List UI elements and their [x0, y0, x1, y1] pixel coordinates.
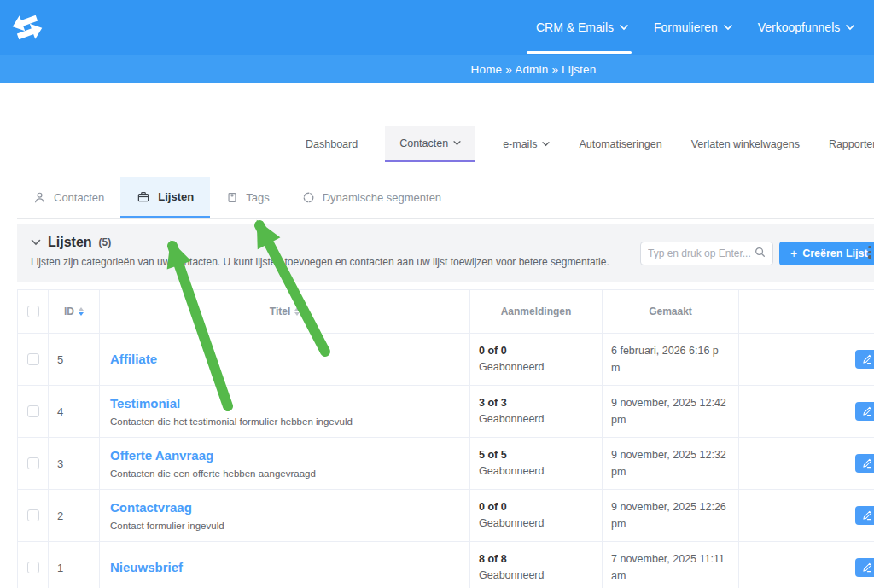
- row-checkbox[interactable]: [27, 457, 39, 469]
- header-acties: Acties: [739, 290, 874, 333]
- contacts-tab-bar: Contacten Lijsten Tags: [17, 177, 457, 218]
- created-date: 6 februari, 2026 6:16 pm: [603, 334, 739, 385]
- header-gemaakt: Gemaakt: [603, 290, 739, 333]
- created-date: 7 november, 2025 11:11 am: [603, 542, 739, 588]
- subscription-count: 0 of 0: [479, 499, 593, 515]
- topnav-verkoopfunnels[interactable]: Verkoopfunnels: [758, 0, 855, 55]
- subscription-status: Geabonneerd: [479, 463, 593, 480]
- subscription-count: 3 of 3: [479, 395, 593, 411]
- tab-divider: [17, 218, 874, 219]
- created-date: 9 november, 2025 12:42 pm: [603, 386, 739, 437]
- crm-main-nav: Dashboard Contacten e-mails Automatiseri…: [304, 126, 874, 162]
- list-title-link[interactable]: Contactvraag: [110, 499, 461, 516]
- edit-button[interactable]: [855, 506, 874, 525]
- tab-contacten[interactable]: Contacten: [17, 177, 120, 218]
- table-row: 5 Affiliate 0 of 0 Geabonneerd 6 februar…: [18, 334, 874, 386]
- person-icon: [33, 191, 46, 204]
- list-title-link[interactable]: Nieuwsbrief: [110, 559, 461, 576]
- tab-label: Lijsten: [158, 190, 194, 203]
- panel-title: Lijsten: [48, 235, 92, 250]
- sort-icon[interactable]: [294, 307, 300, 316]
- topnav-crm-emails[interactable]: CRM & Emails: [536, 0, 628, 55]
- nav-label: e-mails: [503, 138, 537, 150]
- tab-label: Contacten: [54, 191, 104, 204]
- chevron-down-icon: [846, 25, 854, 31]
- tab-dynamische-segmenten[interactable]: Dynamische segmenten: [286, 177, 457, 218]
- table-row: 3 Offerte Aanvraag Contacten die een off…: [18, 438, 874, 490]
- search-box: [640, 242, 773, 265]
- create-list-label: Creëren Lijst: [802, 247, 867, 259]
- row-id: 5: [49, 334, 100, 385]
- nav-label: Verlaten winkelwagens: [691, 138, 800, 150]
- chevron-down-icon: [620, 25, 628, 31]
- tab-lijsten[interactable]: Lijsten: [120, 177, 210, 218]
- topnav-formulieren[interactable]: Formulieren: [654, 0, 732, 55]
- list-title-link[interactable]: Affiliate: [110, 351, 461, 368]
- segments-icon: [302, 191, 315, 204]
- top-app-bar: CRM & Emails Formulieren Verkoopfunnels …: [0, 0, 874, 55]
- subscription-count: 5 of 5: [479, 447, 593, 463]
- edit-button[interactable]: [855, 558, 874, 577]
- chevron-down-icon: [542, 142, 550, 147]
- list-description: Contacten die het testimonial formulier …: [110, 416, 461, 428]
- subscription-status: Geabonneerd: [479, 359, 593, 376]
- list-title-link[interactable]: Offerte Aanvraag: [110, 447, 461, 464]
- nav-dashboard[interactable]: Dashboard: [304, 126, 359, 162]
- row-checkbox[interactable]: [27, 562, 39, 573]
- chevron-down-icon: [724, 25, 732, 31]
- breadcrumb-bar: Home » Admin » Lijsten: [0, 55, 874, 83]
- search-icon[interactable]: [755, 246, 766, 261]
- nav-contacten[interactable]: Contacten: [385, 126, 475, 162]
- list-title-link[interactable]: Testimonial: [110, 395, 461, 412]
- edit-button[interactable]: [855, 454, 874, 473]
- created-date: 9 november, 2025 12:32 pm: [603, 438, 739, 489]
- page: CRM & Emails Formulieren Verkoopfunnels …: [0, 0, 874, 588]
- table-row: 1 Nieuwsbrief 8 of 8 Geabonneerd 7 novem…: [18, 542, 874, 588]
- table-body: 5 Affiliate 0 of 0 Geabonneerd 6 februar…: [18, 334, 874, 588]
- nav-automatiseringen[interactable]: Automatiseringen: [577, 126, 663, 162]
- tag-icon: [226, 191, 238, 204]
- topnav-label: CRM & Emails: [536, 20, 614, 34]
- top-nav: CRM & Emails Formulieren Verkoopfunnels …: [536, 0, 874, 55]
- app-logo-icon[interactable]: [10, 10, 44, 48]
- topnav-label: Formulieren: [654, 20, 718, 34]
- row-id: 2: [49, 490, 100, 541]
- table-header-row: ID Titel Aanmeldingen Gemaakt Acties: [18, 290, 874, 334]
- edit-button[interactable]: [855, 402, 874, 421]
- nav-label: Contacten: [399, 137, 448, 149]
- tab-label: Dynamische segmenten: [323, 191, 441, 204]
- subscription-count: 0 of 0: [479, 343, 593, 359]
- lists-icon: [137, 190, 150, 203]
- tab-label: Tags: [246, 191, 269, 204]
- subscription-status: Geabonneerd: [479, 568, 593, 584]
- created-date: 9 november, 2025 12:26 pm: [603, 490, 739, 541]
- sort-icon[interactable]: [79, 307, 84, 316]
- row-checkbox[interactable]: [27, 405, 39, 417]
- nav-rapporten[interactable]: Rapporten: [827, 126, 874, 162]
- header-titel[interactable]: Titel: [270, 306, 290, 317]
- kebab-menu-icon[interactable]: [865, 246, 874, 259]
- row-checkbox[interactable]: [27, 353, 39, 365]
- nav-label: Automatiseringen: [579, 138, 661, 150]
- row-id: 3: [49, 438, 100, 489]
- list-description: Contact formulier ingevuld: [110, 520, 461, 532]
- breadcrumb[interactable]: Home » Admin » Lijsten: [471, 63, 597, 76]
- list-count-badge: (5): [99, 236, 112, 248]
- nav-emails[interactable]: e-mails: [501, 126, 551, 162]
- row-checkbox[interactable]: [27, 509, 39, 521]
- edit-button[interactable]: [855, 350, 874, 369]
- search-input[interactable]: [648, 247, 755, 259]
- subscription-count: 8 of 8: [479, 551, 593, 568]
- select-all-checkbox[interactable]: [27, 306, 39, 317]
- header-id[interactable]: ID: [64, 306, 74, 317]
- nav-verlaten-winkelwagens[interactable]: Verlaten winkelwagens: [690, 126, 801, 162]
- list-description: Contacten die een offerte hebben aangevr…: [110, 468, 461, 480]
- tab-tags[interactable]: Tags: [210, 177, 285, 218]
- subscription-status: Geabonneerd: [479, 411, 593, 428]
- table-row: 2 Contactvraag Contact formulier ingevul…: [18, 490, 874, 542]
- header-aanmeldingen: Aanmeldingen: [470, 290, 603, 333]
- subscription-status: Geabonneerd: [479, 515, 593, 532]
- create-list-button[interactable]: + Creëren Lijst: [779, 242, 874, 265]
- lists-table: ID Titel Aanmeldingen Gemaakt Acties 5 A…: [17, 289, 874, 588]
- collapse-chevron-icon[interactable]: [31, 239, 41, 246]
